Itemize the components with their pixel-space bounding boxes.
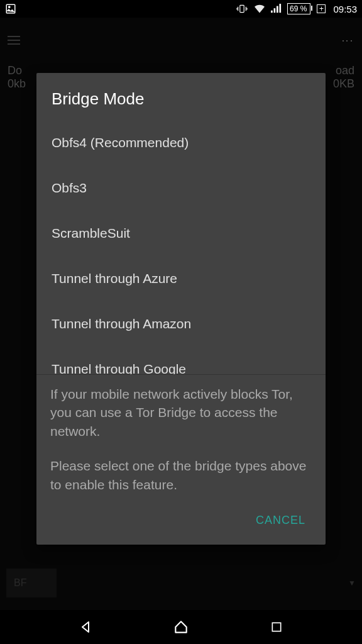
dialog-overlay: Bridge Mode Obfs4 (Recommended) Obfs3 Sc… [0, 18, 362, 610]
bridge-mode-dialog: Bridge Mode Obfs4 (Recommended) Obfs3 Sc… [36, 73, 326, 545]
vibrate-icon [236, 4, 248, 14]
bridge-option-obfs3[interactable]: Obfs3 [36, 165, 326, 211]
wifi-icon [253, 4, 266, 14]
svg-rect-7 [272, 623, 280, 631]
dialog-description-2: Please select one of the bridge types ab… [36, 443, 326, 496]
bridge-options-list: Obfs4 (Recommended) Obfs3 ScrambleSuit T… [36, 120, 326, 374]
svg-rect-4 [274, 8, 276, 13]
bridge-option-obfs4[interactable]: Obfs4 (Recommended) [36, 120, 326, 165]
svg-rect-5 [277, 6, 278, 13]
clock-time: 09:53 [333, 4, 357, 14]
svg-point-1 [9, 6, 10, 8]
navigation-bar [0, 610, 362, 644]
signal-icon [271, 4, 282, 14]
dialog-title: Bridge Mode [36, 73, 326, 120]
bridge-option-scramblesuit[interactable]: ScrambleSuit [36, 211, 326, 256]
dialog-description-1: If your mobile network actively blocks T… [36, 375, 326, 443]
dialog-actions: CANCEL [36, 496, 326, 545]
battery-indicator: 69 % [287, 3, 310, 14]
status-bar: 69 % + 09:53 [0, 0, 362, 18]
back-icon[interactable] [77, 618, 94, 636]
cancel-button[interactable]: CANCEL [248, 509, 313, 532]
bridge-option-google[interactable]: Tunnel through Google [36, 347, 326, 374]
bridge-option-azure[interactable]: Tunnel through Azure [36, 256, 326, 301]
battery-percent: 69 % [290, 4, 307, 13]
svg-rect-3 [271, 11, 273, 13]
svg-rect-2 [240, 5, 244, 12]
recent-icon[interactable] [268, 618, 285, 636]
svg-rect-6 [280, 4, 282, 13]
plus-icon: + [317, 4, 326, 13]
picture-icon [5, 3, 16, 14]
home-icon[interactable] [172, 618, 190, 636]
bridge-option-amazon[interactable]: Tunnel through Amazon [36, 301, 326, 347]
